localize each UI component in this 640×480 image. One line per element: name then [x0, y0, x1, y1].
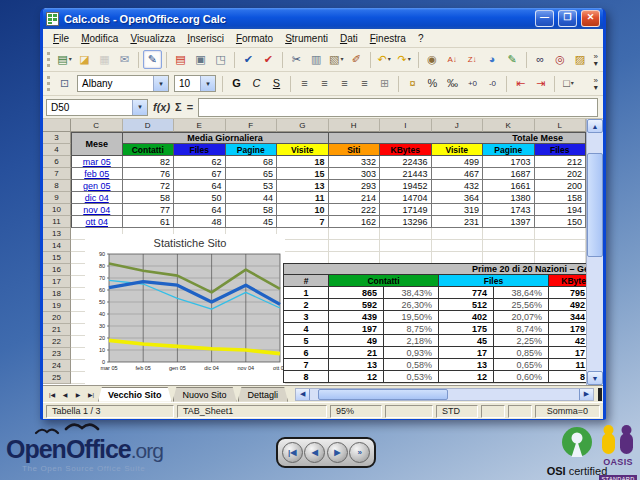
- rank-cell[interactable]: 402: [439, 311, 494, 323]
- align-right-icon[interactable]: ≡: [335, 74, 354, 93]
- month-link[interactable]: gen 05: [83, 181, 111, 191]
- grid-cell[interactable]: 10: [277, 204, 329, 216]
- styles-formatting-icon[interactable]: ⊡: [55, 74, 74, 93]
- rank-cell[interactable]: 179: [549, 323, 586, 335]
- grid-cell[interactable]: 231: [432, 216, 484, 228]
- rank-cell[interactable]: 12: [439, 371, 494, 383]
- rank-cell[interactable]: 19,50%: [384, 311, 439, 323]
- rank-cell[interactable]: 0,93%: [384, 347, 439, 359]
- menu-item-file[interactable]: File: [47, 32, 75, 45]
- menu-item-formato[interactable]: Formato: [230, 32, 279, 45]
- format-paintbrush-icon[interactable]: ✐: [347, 50, 366, 69]
- header-cell-visite-3[interactable]: Visite: [277, 144, 329, 156]
- dropdown-arrow-icon[interactable]: ▾: [69, 51, 72, 68]
- grid-cell[interactable]: [432, 240, 484, 252]
- row-header-11[interactable]: 11: [43, 216, 71, 228]
- rank-cell[interactable]: 7: [284, 359, 329, 371]
- underline-icon[interactable]: S: [267, 74, 286, 93]
- scroll-up-icon[interactable]: ▲: [587, 119, 603, 133]
- header-cell-siti-4[interactable]: Siti: [329, 144, 381, 156]
- grid-cell[interactable]: [432, 228, 484, 240]
- grid-cell[interactable]: 45: [226, 216, 278, 228]
- row-header-25[interactable]: 25: [43, 372, 71, 384]
- rank-cell[interactable]: 11: [549, 359, 586, 371]
- grid-cell[interactable]: 1380: [483, 192, 535, 204]
- grid-cell[interactable]: [380, 240, 432, 252]
- grid-cell[interactable]: 64: [174, 204, 226, 216]
- grid-cell[interactable]: 65: [226, 168, 278, 180]
- increase-indent-icon[interactable]: ⇥: [531, 74, 550, 93]
- copy-icon[interactable]: ▥: [307, 50, 326, 69]
- grid-cell[interactable]: 1703: [483, 156, 535, 168]
- grid-cell[interactable]: 62: [174, 156, 226, 168]
- dropdown-arrow-icon[interactable]: ▾: [153, 76, 168, 91]
- rank-cell[interactable]: 8,75%: [384, 323, 439, 335]
- dropdown-arrow-icon[interactable]: ▾: [408, 51, 411, 68]
- horizontal-scroll-thumb[interactable]: [318, 389, 448, 400]
- select-all-corner[interactable]: [43, 119, 71, 132]
- rank-cell[interactable]: 20,07%: [494, 311, 549, 323]
- toolbar-overflow-button[interactable]: »▾: [591, 77, 601, 91]
- minimize-button[interactable]: —: [535, 10, 554, 27]
- rank-cell[interactable]: 13: [439, 359, 494, 371]
- rank-cell[interactable]: 795: [549, 287, 586, 299]
- grid-cell[interactable]: 72: [123, 180, 175, 192]
- scroll-left-icon[interactable]: ◀: [296, 389, 310, 400]
- rank-cell[interactable]: 49: [329, 335, 384, 347]
- grid-cell[interactable]: 82: [123, 156, 175, 168]
- row-header-6[interactable]: 6: [43, 156, 71, 168]
- draw-functions-icon[interactable]: ✎: [503, 50, 522, 69]
- rank-cell[interactable]: 26,30%: [384, 299, 439, 311]
- row-header-17[interactable]: 17: [43, 276, 71, 288]
- vertical-scroll-thumb[interactable]: [587, 153, 603, 257]
- grid-cell[interactable]: 58: [226, 204, 278, 216]
- rank-cell[interactable]: 774: [439, 287, 494, 299]
- rank-cell[interactable]: 25,56%: [494, 299, 549, 311]
- formula-input[interactable]: [198, 98, 598, 117]
- rank-hash-header[interactable]: #: [284, 275, 329, 287]
- rank-cell[interactable]: 38,43%: [384, 287, 439, 299]
- column-header-f[interactable]: F: [226, 119, 278, 132]
- row-header-10[interactable]: 10: [43, 204, 71, 216]
- rank-cell[interactable]: 2,18%: [384, 335, 439, 347]
- rank-cell[interactable]: 2: [284, 299, 329, 311]
- rank-cell[interactable]: 4: [284, 323, 329, 335]
- export-pdf-icon[interactable]: ▤: [171, 50, 190, 69]
- borders-icon[interactable]: □▾: [559, 74, 578, 93]
- undo-icon[interactable]: ↶▾: [375, 50, 394, 69]
- grid-cell[interactable]: 19452: [380, 180, 432, 192]
- grid-cell[interactable]: 76: [123, 168, 175, 180]
- grid-cell[interactable]: 202: [535, 168, 587, 180]
- rank-cell[interactable]: 21: [329, 347, 384, 359]
- grid-cell[interactable]: 68: [226, 156, 278, 168]
- rank-cell[interactable]: 12: [329, 371, 384, 383]
- sheet-tab-nuovo-sito[interactable]: Nuovo Sito: [173, 387, 237, 402]
- align-center-icon[interactable]: ≡: [315, 74, 334, 93]
- grid-cell[interactable]: 319: [432, 204, 484, 216]
- grid-cell[interactable]: 150: [535, 216, 587, 228]
- month-link[interactable]: nov 04: [83, 205, 110, 215]
- grid-cell[interactable]: 67: [174, 168, 226, 180]
- add-decimal-icon[interactable]: +0: [463, 74, 482, 93]
- row-header-4[interactable]: 4: [43, 144, 71, 156]
- month-link[interactable]: feb 05: [84, 169, 109, 179]
- grid-cell[interactable]: 293: [329, 180, 381, 192]
- auto-spellcheck-icon[interactable]: ✔: [259, 50, 278, 69]
- font-size-combo[interactable]: 10▾: [174, 75, 216, 92]
- rank-cell[interactable]: 512: [439, 299, 494, 311]
- row-header-8[interactable]: 8: [43, 180, 71, 192]
- row-header-21[interactable]: 21: [43, 324, 71, 336]
- menu-item-dati[interactable]: Dati: [334, 32, 364, 45]
- grid-cell[interactable]: [535, 228, 587, 240]
- grid-cell[interactable]: 53: [226, 180, 278, 192]
- dropdown-arrow-icon[interactable]: ▾: [340, 51, 343, 68]
- rank-cell[interactable]: 175: [439, 323, 494, 335]
- currency-icon[interactable]: ¤: [403, 74, 422, 93]
- grid-cell[interactable]: 14704: [380, 192, 432, 204]
- grid-cell[interactable]: 332: [329, 156, 381, 168]
- rank-cell[interactable]: 1: [284, 287, 329, 299]
- grid-cell[interactable]: [329, 228, 381, 240]
- grid-cell[interactable]: 432: [432, 180, 484, 192]
- rank-header-files[interactable]: Files: [439, 275, 549, 287]
- page-preview-icon[interactable]: ◳: [211, 50, 230, 69]
